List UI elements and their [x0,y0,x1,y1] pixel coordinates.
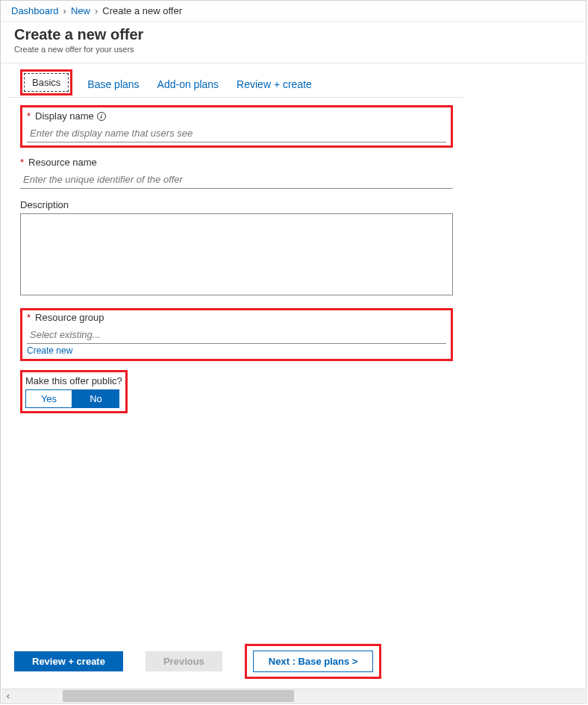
next-button[interactable]: Next : Base plans > [253,651,374,672]
display-name-label: * Display name i [27,110,446,122]
chevron-right-icon: › [95,5,98,16]
footer-actions: Review + create Previous Next : Base pla… [14,644,381,679]
make-public-toggle: Yes No [25,389,122,408]
required-indicator: * [27,110,31,122]
breadcrumb-dashboard[interactable]: Dashboard [11,5,59,16]
create-new-link[interactable]: Create new [27,345,72,356]
tab-base-plans[interactable]: Base plans [84,75,142,96]
description-input[interactable] [20,213,453,295]
chevron-right-icon: › [63,5,66,16]
toggle-no[interactable]: No [72,389,119,408]
highlight-box: Make this offer public? Yes No [20,370,128,413]
required-indicator: * [27,312,31,323]
review-create-button[interactable]: Review + create [14,651,123,671]
page-subtitle: Create a new offer for your users [14,45,575,54]
tab-basics[interactable]: Basics [24,73,69,92]
highlight-box: * Resource group Create new [20,308,453,361]
breadcrumb-new[interactable]: New [71,5,90,16]
required-indicator: * [20,157,24,168]
info-icon[interactable]: i [97,112,106,121]
resource-group-select[interactable] [27,326,446,344]
resource-group-label: * Resource group [27,312,446,323]
breadcrumb-current: Create a new offer [102,5,182,16]
highlight-box: * Display name i [20,105,453,148]
make-public-label: Make this offer public? [25,375,122,386]
tab-addon-plans[interactable]: Add-on plans [154,75,222,96]
scroll-left-icon[interactable]: ‹ [1,689,15,703]
highlight-box: Next : Base plans > [245,644,382,679]
previous-button: Previous [146,651,222,671]
toggle-yes[interactable]: Yes [25,389,72,408]
display-name-input[interactable] [27,125,446,142]
highlight-box: Basics [20,69,72,95]
tab-bar: Basics Base plans Add-on plans Review + … [7,63,463,98]
horizontal-scrollbar[interactable]: ‹ [1,689,585,702]
resource-name-input[interactable] [20,171,453,189]
tab-review-create[interactable]: Review + create [234,75,315,96]
description-field: Description [20,199,453,298]
page-title: Create a new offer [14,26,575,43]
breadcrumb: Dashboard › New › Create a new offer [1,1,586,22]
scrollbar-track[interactable] [15,689,585,703]
description-label: Description [20,199,453,210]
scrollbar-thumb[interactable] [63,690,294,702]
resource-name-field: * Resource name [20,157,453,189]
resource-name-label: * Resource name [20,157,453,168]
page-header: Create a new offer Create a new offer fo… [1,22,586,60]
